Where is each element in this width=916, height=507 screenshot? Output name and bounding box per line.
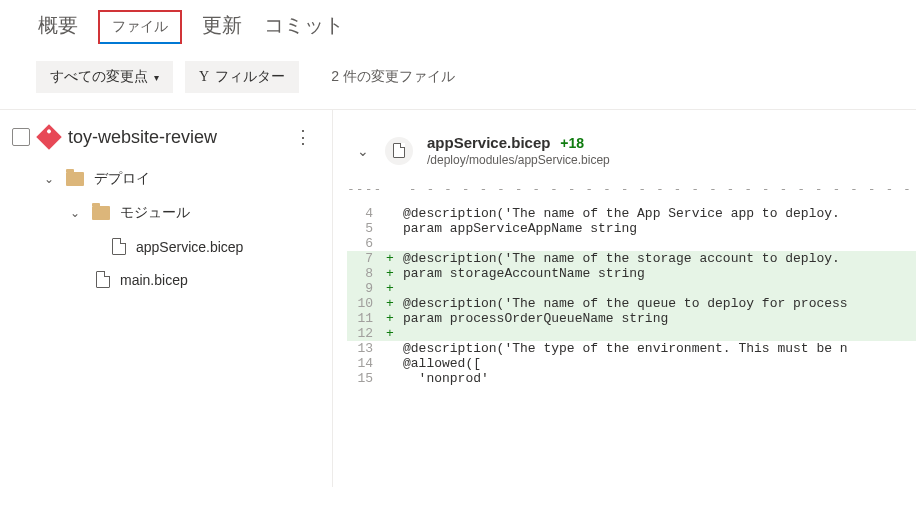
code-line: 11+param processOrderQueueName string	[347, 311, 916, 326]
code-line: 15 'nonprod'	[347, 371, 916, 386]
code-text: @description('The name of the queue to d…	[399, 296, 916, 311]
code-line: 14@allowed([	[347, 356, 916, 371]
repo-name: toy-website-review	[68, 127, 217, 148]
code-line: 4@description('The name of the App Servi…	[347, 206, 916, 221]
collapse-file-chevron[interactable]: ⌄	[357, 143, 381, 159]
more-actions-button[interactable]: ⋮	[286, 126, 320, 148]
chevron-down-icon: ⌄	[70, 206, 84, 220]
collapsed-region-indicator[interactable]: ---- - - - - - - - - - - - - - - - - - -…	[347, 181, 916, 196]
code-text	[399, 281, 916, 296]
file-path: /deploy/modules/appService.bicep	[427, 153, 916, 167]
select-all-checkbox[interactable]	[12, 128, 30, 146]
code-text: @description('The name of the storage ac…	[399, 251, 916, 266]
diff-added-count: +18	[560, 135, 584, 151]
diff-gutter: +	[381, 311, 399, 326]
code-line: 5param appServiceAppName string	[347, 221, 916, 236]
file-label: appService.bicep	[136, 239, 243, 255]
diff-gutter: +	[381, 251, 399, 266]
file-badge	[385, 137, 413, 165]
code-line: 9+	[347, 281, 916, 296]
code-line: 6	[347, 236, 916, 251]
file-icon	[112, 238, 126, 255]
tab-files[interactable]: ファイル	[98, 10, 182, 44]
tab-overview[interactable]: 概要	[36, 8, 80, 45]
tree-file-appservice[interactable]: appService.bicep	[0, 230, 332, 263]
diff-gutter	[381, 356, 399, 371]
line-number: 7	[347, 251, 381, 266]
all-changes-dropdown[interactable]: すべての変更点 ▾	[36, 61, 173, 93]
diff-gutter	[381, 206, 399, 221]
filter-icon: Y	[199, 69, 209, 85]
line-number: 8	[347, 266, 381, 281]
line-number: 5	[347, 221, 381, 236]
line-number: 4	[347, 206, 381, 221]
diff-gutter: +	[381, 266, 399, 281]
chevron-down-icon: ⌄	[44, 172, 58, 186]
diff-gutter: +	[381, 326, 399, 341]
folder-icon	[92, 206, 110, 220]
tree-folder-modules[interactable]: ⌄ モジュール	[0, 196, 332, 230]
file-icon	[96, 271, 110, 288]
code-text: 'nonprod'	[399, 371, 916, 386]
file-title: appService.bicep	[427, 134, 550, 151]
repo-icon	[36, 124, 61, 149]
code-text	[399, 326, 916, 341]
line-number: 15	[347, 371, 381, 386]
code-diff-block: 4@description('The name of the App Servi…	[347, 206, 916, 386]
code-text: param processOrderQueueName string	[399, 311, 916, 326]
code-text: @description('The type of the environmen…	[399, 341, 916, 356]
code-line: 12+	[347, 326, 916, 341]
folder-label: デプロイ	[94, 170, 150, 188]
code-text: param appServiceAppName string	[399, 221, 916, 236]
diff-gutter	[381, 371, 399, 386]
code-line: 7+@description('The name of the storage …	[347, 251, 916, 266]
diff-gutter	[381, 341, 399, 356]
diff-panel: ⌄ appService.bicep +18 /deploy/modules/a…	[333, 110, 916, 487]
diff-gutter	[381, 236, 399, 251]
tree-file-main[interactable]: main.bicep	[0, 263, 332, 296]
file-label: main.bicep	[120, 272, 188, 288]
chevron-down-icon: ▾	[154, 72, 159, 83]
tab-updates[interactable]: 更新	[200, 8, 244, 45]
diff-gutter: +	[381, 296, 399, 311]
line-number: 13	[347, 341, 381, 356]
tree-folder-deploy[interactable]: ⌄ デプロイ	[0, 162, 332, 196]
change-count-label: 2 件の変更ファイル	[331, 68, 455, 86]
line-number: 11	[347, 311, 381, 326]
code-line: 13@description('The type of the environm…	[347, 341, 916, 356]
file-icon	[393, 143, 405, 158]
code-text: param storageAccountName string	[399, 266, 916, 281]
line-number: 14	[347, 356, 381, 371]
folder-icon	[66, 172, 84, 186]
code-line: 8+param storageAccountName string	[347, 266, 916, 281]
filter-label: フィルター	[215, 68, 285, 86]
code-text: @description('The name of the App Servic…	[399, 206, 916, 221]
code-text: @allowed([	[399, 356, 916, 371]
line-number: 12	[347, 326, 381, 341]
line-number: 6	[347, 236, 381, 251]
code-text	[399, 236, 916, 251]
tab-commits[interactable]: コミット	[262, 8, 346, 45]
folder-label: モジュール	[120, 204, 190, 222]
code-line: 10+@description('The name of the queue t…	[347, 296, 916, 311]
file-tree-sidebar: toy-website-review ⋮ ⌄ デプロイ ⌄ モジュール appS…	[0, 110, 333, 487]
diff-gutter: +	[381, 281, 399, 296]
all-changes-label: すべての変更点	[50, 68, 148, 86]
diff-gutter	[381, 221, 399, 236]
filter-button[interactable]: Y フィルター	[185, 61, 299, 93]
line-number: 10	[347, 296, 381, 311]
line-number: 9	[347, 281, 381, 296]
